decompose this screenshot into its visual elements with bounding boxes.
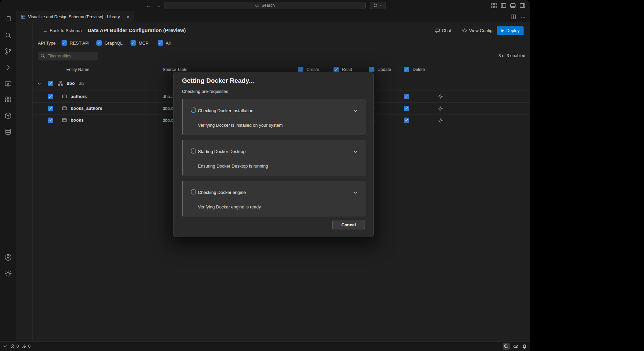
delete-header: Delete bbox=[413, 67, 425, 72]
account-icon[interactable] bbox=[4, 253, 12, 261]
row-settings-gear-icon[interactable] bbox=[438, 118, 443, 123]
run-debug-icon[interactable] bbox=[4, 64, 12, 72]
nav-back-button[interactable]: ← bbox=[145, 1, 153, 9]
schema-designer-tab-icon bbox=[21, 14, 26, 19]
group-expand-chevron-icon[interactable] bbox=[37, 81, 42, 86]
vscode-window: ← → Search bbox=[0, 0, 530, 351]
rest-api-checkbox[interactable] bbox=[62, 40, 67, 46]
delete-checkbox[interactable] bbox=[404, 118, 409, 123]
tab-visualize-design-schema[interactable]: Visualize and Design Schema (Preview) - … bbox=[16, 11, 135, 22]
update-header: Update bbox=[377, 67, 391, 72]
nav-forward-button[interactable]: → bbox=[154, 1, 162, 9]
row-select-checkbox[interactable] bbox=[48, 106, 53, 111]
delete-all-checkbox[interactable] bbox=[404, 67, 409, 72]
source-control-icon[interactable] bbox=[4, 47, 12, 55]
more-actions-icon[interactable]: ⋯ bbox=[521, 14, 526, 20]
chevron-down-icon bbox=[379, 4, 383, 7]
notifications-bell-icon[interactable] bbox=[522, 344, 527, 349]
chat-icon bbox=[435, 28, 440, 33]
search-view-icon[interactable] bbox=[4, 31, 12, 40]
entity-name: books bbox=[71, 118, 84, 123]
create-header: Create bbox=[306, 67, 319, 72]
arrow-left-icon: ← bbox=[43, 28, 48, 33]
group-name: dbo bbox=[67, 81, 75, 86]
dialog-title: Getting Docker Ready... bbox=[182, 77, 254, 84]
errors-icon[interactable] bbox=[10, 344, 15, 349]
row-settings-gear-icon[interactable] bbox=[438, 94, 443, 99]
command-center-search[interactable]: Search bbox=[164, 2, 366, 9]
pending-circle-icon bbox=[190, 189, 197, 195]
tab-close-icon[interactable]: ✕ bbox=[125, 14, 131, 20]
filter-search-icon bbox=[41, 54, 45, 58]
warnings-icon[interactable] bbox=[22, 344, 27, 349]
row-settings-gear-icon[interactable] bbox=[438, 106, 443, 111]
entity-name-header: Entity Name bbox=[66, 67, 89, 72]
containers-icon[interactable] bbox=[4, 112, 12, 120]
back-to-schema-button[interactable]: ← Back to Schema bbox=[43, 28, 82, 33]
toggle-primary-sidebar-icon[interactable] bbox=[501, 3, 506, 8]
rest-api-label: REST API bbox=[70, 41, 89, 46]
group-count: 3/3 bbox=[79, 81, 85, 86]
tab-actions: ⋯ bbox=[511, 11, 526, 22]
spinner-icon bbox=[190, 107, 197, 113]
delete-checkbox[interactable] bbox=[404, 106, 409, 111]
session-dropdown[interactable] bbox=[370, 2, 386, 9]
remote-indicator-icon[interactable]: >< bbox=[3, 344, 6, 348]
chat-button[interactable]: Chat bbox=[435, 28, 451, 33]
group-checkbox[interactable] bbox=[48, 81, 53, 86]
warning-count[interactable]: 0 bbox=[28, 344, 31, 349]
deploy-button[interactable]: Deploy bbox=[497, 26, 524, 35]
graphql-checkbox[interactable] bbox=[96, 40, 102, 46]
toggle-secondary-sidebar-icon[interactable] bbox=[520, 3, 525, 8]
zoom-indicator-icon[interactable] bbox=[503, 343, 510, 350]
search-icon bbox=[255, 3, 259, 8]
all-label: All bbox=[166, 41, 170, 46]
read-all-checkbox[interactable] bbox=[334, 67, 339, 72]
read-header: Read bbox=[342, 67, 352, 72]
toggle-panel-icon[interactable] bbox=[510, 3, 516, 8]
split-editor-icon[interactable] bbox=[511, 14, 516, 20]
chevron-down-icon[interactable] bbox=[353, 108, 358, 114]
chevron-down-icon[interactable] bbox=[353, 190, 358, 195]
filter-entities-input[interactable] bbox=[38, 52, 98, 60]
database-icon[interactable] bbox=[4, 128, 12, 136]
extensions-icon[interactable] bbox=[4, 96, 12, 104]
table-icon bbox=[62, 106, 67, 111]
copilot-icon[interactable] bbox=[513, 344, 519, 349]
row-select-checkbox[interactable] bbox=[48, 94, 53, 99]
activity-bar bbox=[0, 11, 16, 341]
settings-gear-icon[interactable] bbox=[4, 270, 12, 278]
designer-tool-strip bbox=[16, 22, 32, 341]
row-select-checkbox[interactable] bbox=[48, 118, 53, 123]
entity-name: books_authors bbox=[71, 106, 102, 111]
play-icon bbox=[501, 29, 504, 32]
page-title: Data API Builder Configuration (Preview) bbox=[88, 27, 186, 33]
dialog-subtitle: Checking pre-requisites bbox=[182, 89, 228, 94]
docker-ready-dialog: Getting Docker Ready... Checking pre-req… bbox=[173, 72, 374, 237]
mcp-checkbox[interactable] bbox=[131, 40, 136, 46]
step-title: Checking Docker installation bbox=[198, 108, 253, 113]
cancel-button[interactable]: Cancel bbox=[332, 220, 365, 229]
all-checkbox[interactable] bbox=[158, 40, 163, 46]
delete-checkbox[interactable] bbox=[404, 94, 409, 99]
update-all-checkbox[interactable] bbox=[369, 67, 374, 72]
editor-tabbar: Visualize and Design Schema (Preview) - … bbox=[0, 11, 530, 22]
pending-circle-icon bbox=[190, 148, 197, 154]
step-description: Verifying Docker is installed on your sy… bbox=[198, 123, 283, 128]
create-all-checkbox[interactable] bbox=[298, 67, 303, 72]
step-description: Verifying Docker engine is ready bbox=[198, 204, 261, 209]
chevron-down-icon[interactable] bbox=[353, 149, 358, 154]
chat-label: Chat bbox=[442, 28, 451, 33]
api-type-label: API Type bbox=[38, 41, 56, 46]
error-count[interactable]: 0 bbox=[17, 344, 19, 349]
customize-layout-icon[interactable] bbox=[491, 3, 497, 8]
session-loop-icon bbox=[373, 3, 378, 8]
search-placeholder: Search bbox=[261, 3, 275, 8]
graphql-label: GraphQL bbox=[105, 41, 122, 46]
view-config-button[interactable]: View Config bbox=[462, 28, 492, 33]
entity-name: authors bbox=[71, 94, 87, 99]
source-table-header: Source Table bbox=[163, 67, 187, 72]
titlebar: ← → Search bbox=[0, 0, 530, 11]
remote-explorer-icon[interactable] bbox=[4, 80, 12, 88]
explorer-icon[interactable] bbox=[4, 15, 12, 23]
